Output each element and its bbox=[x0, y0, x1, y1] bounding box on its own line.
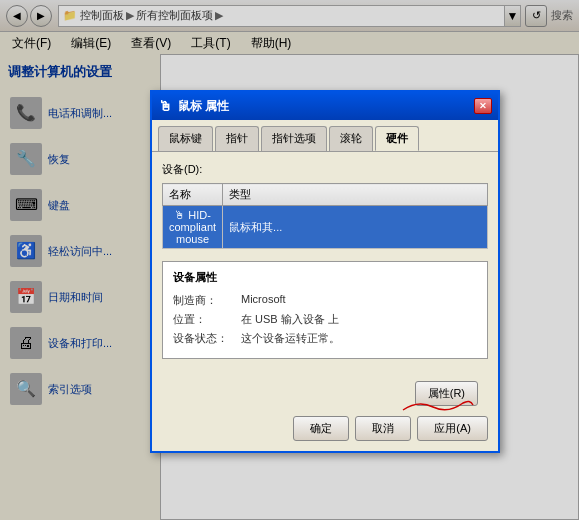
device-properties-section: 设备属性 制造商： Microsoft 位置： 在 USB 输入设备 上 设备状… bbox=[162, 261, 488, 359]
ok-button[interactable]: 确定 bbox=[293, 416, 349, 441]
dialog-close-button[interactable]: ✕ bbox=[474, 98, 492, 114]
tab-pointer[interactable]: 指针 bbox=[215, 126, 259, 151]
cancel-button[interactable]: 取消 bbox=[355, 416, 411, 441]
dialog-title-text: 🖱 鼠标 属性 bbox=[158, 98, 229, 115]
device-row-type: 鼠标和其... bbox=[223, 206, 488, 249]
dialog-body: 设备(D): 名称 类型 🖱 HID-compliant bbox=[152, 151, 498, 381]
prop-manufacturer: 制造商： Microsoft bbox=[173, 293, 477, 308]
tab-pointer-options[interactable]: 指针选项 bbox=[261, 126, 327, 151]
table-row[interactable]: 🖱 HID-compliant mouse 鼠标和其... bbox=[163, 206, 488, 249]
dialog-titlebar: 🖱 鼠标 属性 ✕ bbox=[152, 92, 498, 120]
device-section-label: 设备(D): bbox=[162, 162, 488, 177]
table-header-name: 名称 bbox=[163, 184, 223, 206]
signature-decoration bbox=[398, 395, 478, 415]
dialog-controls: ✕ bbox=[474, 98, 492, 114]
mouse-properties-dialog: 🖱 鼠标 属性 ✕ 鼠标键 指针 指针选项 滚轮 硬件 设备(D): bbox=[150, 90, 500, 453]
prop-status: 设备状态： 这个设备运转正常。 bbox=[173, 331, 477, 346]
prop-label-manufacturer: 制造商： bbox=[173, 293, 233, 308]
prop-value-status: 这个设备运转正常。 bbox=[241, 331, 340, 346]
properties-title: 设备属性 bbox=[173, 270, 477, 285]
prop-label-location: 位置： bbox=[173, 312, 233, 327]
tab-scroll[interactable]: 滚轮 bbox=[329, 126, 373, 151]
dialog-title-label: 鼠标 属性 bbox=[178, 98, 229, 115]
device-table: 名称 类型 🖱 HID-compliant mouse 鼠标和其... bbox=[162, 183, 488, 249]
tab-mouse-keys[interactable]: 鼠标键 bbox=[158, 126, 213, 151]
device-icon-cell: 🖱 HID-compliant mouse bbox=[163, 206, 223, 249]
tab-hardware[interactable]: 硬件 bbox=[375, 126, 419, 151]
prop-value-location: 在 USB 输入设备 上 bbox=[241, 312, 339, 327]
prop-value-manufacturer: Microsoft bbox=[241, 293, 286, 308]
control-panel-background: ◀ ▶ 📁 控制面板 ▶ 所有控制面板项 ▶ ▼ ↺ 搜索 文件(F) 编辑(E… bbox=[0, 0, 579, 520]
device-row-icon: 🖱 bbox=[174, 209, 185, 221]
prop-location: 位置： 在 USB 输入设备 上 bbox=[173, 312, 477, 327]
dialog-button-row: 确定 取消 应用(A) bbox=[152, 412, 498, 451]
dialog-tabs: 鼠标键 指针 指针选项 滚轮 硬件 bbox=[152, 120, 498, 151]
prop-label-status: 设备状态： bbox=[173, 331, 233, 346]
device-table-wrapper: 名称 类型 🖱 HID-compliant mouse 鼠标和其... bbox=[162, 183, 488, 249]
apply-button[interactable]: 应用(A) bbox=[417, 416, 488, 441]
mouse-title-icon: 🖱 bbox=[158, 98, 172, 114]
table-header-type: 类型 bbox=[223, 184, 488, 206]
